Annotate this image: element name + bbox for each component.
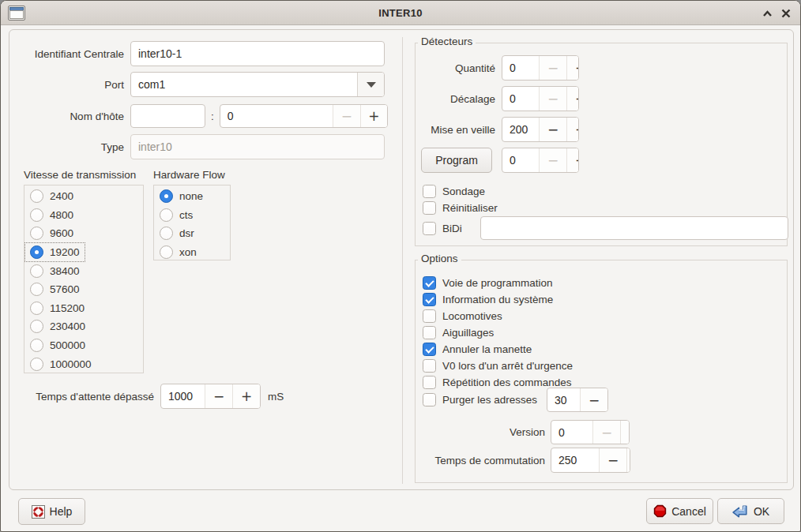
radio-option-19200[interactable]: 19200 [25,243,85,262]
timeout-plus-button[interactable]: + [232,384,260,408]
detecteurs-title: Détecteurs [418,36,476,47]
reinitialiser-checkbox[interactable] [423,201,436,215]
radio-icon[interactable] [160,208,173,222]
radio-option-cts[interactable]: cts [155,206,197,225]
radio-icon[interactable] [30,302,43,315]
radio-icon[interactable] [30,245,43,259]
radio-option-xon[interactable]: xon [155,243,201,262]
purger-checkbox[interactable] [423,393,436,406]
quantite-spinbox[interactable]: 0 − + [502,55,579,81]
timeout-minus-button[interactable]: − [205,384,232,408]
radio-option-label: 57600 [50,283,80,295]
host-input[interactable] [130,104,205,128]
radio-icon[interactable] [30,264,43,278]
host-port-spinbox[interactable]: 0 − + [220,104,388,128]
quantite-plus-button[interactable]: + [566,56,579,80]
decalage-label: Décalage [408,93,495,105]
radio-option-57600[interactable]: 57600 [25,280,85,299]
radio-icon[interactable] [160,245,173,259]
purger-row: Purger les adresses 30 − [423,388,608,412]
radio-option-9600[interactable]: 9600 [25,224,78,243]
option-checkbox-row[interactable]: Locomotives [423,308,573,324]
decalage-minus-button[interactable]: − [539,87,566,111]
cancel-button[interactable]: Cancel [646,498,713,524]
decalage-value: 0 [502,87,539,111]
radio-option-label: none [179,190,203,202]
radio-option-500000[interactable]: 500000 [25,336,90,355]
veille-minus-button[interactable]: − [539,118,566,141]
reinitialiser-checkbox-row[interactable]: Réinitialiser [423,200,498,216]
program-plus-button[interactable]: + [566,148,579,172]
option-checkbox-row[interactable]: Voie de programmation [423,275,573,291]
timeout-spinbox[interactable]: 1000 − + [160,384,261,409]
radio-option-230400[interactable]: 230400 [25,317,90,336]
quantite-minus-button[interactable]: − [539,56,566,80]
bidi-label: BiDi [442,223,462,234]
close-icon[interactable] [777,4,795,23]
option-checkbox-row[interactable]: V0 lors d'un arrêt d'urgence [423,358,573,374]
veille-spinbox[interactable]: 200 − + [502,117,579,142]
shade-icon[interactable] [758,4,777,23]
commutation-value: 250 [551,448,599,472]
purger-minus-button[interactable]: − [580,388,607,411]
ok-button[interactable]: OK [717,498,784,524]
timeout-row: Temps d'attente dépassé 1000 − + mS [13,384,284,409]
radio-icon[interactable] [30,227,43,240]
commutation-minus-button[interactable]: − [599,448,626,472]
bidi-input[interactable] [480,216,788,240]
commutation-spinbox[interactable]: 250 − + [551,448,630,473]
option-checkbox[interactable] [423,343,436,356]
program-minus-button[interactable]: − [539,148,566,172]
sondage-checkbox[interactable] [423,185,436,198]
radio-icon[interactable] [30,339,43,352]
radio-option-dsr[interactable]: dsr [155,224,199,243]
option-checkbox-row[interactable]: Aiguillages [423,324,573,341]
program-spinbox[interactable]: 0 − + [502,148,579,173]
decalage-spinbox[interactable]: 0 − + [502,86,579,111]
purger-spinbox[interactable]: 30 − [547,388,608,412]
option-checkbox-label: Annuler la manette [442,343,532,355]
program-button[interactable]: Program [421,148,492,173]
radio-option-1000000[interactable]: 1000000 [25,354,96,373]
version-spinbox[interactable]: 0 − + [551,420,630,444]
radio-option-label: xon [179,246,197,258]
identifiant-input[interactable]: inter10-1 [130,41,385,66]
decalage-plus-button[interactable]: + [566,87,579,111]
bidi-checkbox[interactable] [423,222,436,235]
radio-icon[interactable] [30,208,43,222]
radio-icon[interactable] [30,283,43,296]
sondage-checkbox-row[interactable]: Sondage [423,183,485,200]
commutation-plus-button[interactable]: + [626,448,630,472]
host-port-minus-button[interactable]: − [333,105,360,127]
option-checkbox[interactable] [423,276,436,290]
titlebar[interactable]: INTER10 [1,1,800,25]
host-port-plus-button[interactable]: + [360,105,387,127]
veille-value: 200 [502,118,539,141]
version-plus-button[interactable]: + [620,421,630,444]
radio-option-2400[interactable]: 2400 [25,187,78,206]
veille-plus-button[interactable]: + [566,118,579,141]
port-dropdown-button[interactable] [357,73,384,96]
radio-option-4800[interactable]: 4800 [25,206,78,225]
radio-option-label: cts [179,209,193,221]
option-checkbox-label: Répétition des commandes [442,377,572,388]
option-checkbox[interactable] [423,326,436,339]
radio-option-none[interactable]: none [155,187,208,206]
radio-icon[interactable] [30,189,43,203]
radio-icon[interactable] [30,358,43,371]
option-checkbox[interactable] [423,359,436,373]
radio-icon[interactable] [160,189,173,203]
help-button[interactable]: Help [18,498,85,525]
option-checkbox[interactable] [423,309,436,323]
option-checkbox-row[interactable]: Information du système [423,291,573,308]
radio-option-38400[interactable]: 38400 [25,261,85,280]
option-checkbox-row[interactable]: Annuler la manette [423,341,573,358]
radio-option-label: 4800 [50,209,73,221]
version-minus-button[interactable]: − [592,421,620,444]
port-combobox[interactable]: com1 [130,72,385,97]
radio-icon[interactable] [160,227,173,240]
baud-radio-group: 2400480096001920038400576001152002304005… [24,185,144,373]
radio-option-115200[interactable]: 115200 [25,299,89,318]
radio-icon[interactable] [30,320,43,333]
option-checkbox[interactable] [423,293,436,306]
